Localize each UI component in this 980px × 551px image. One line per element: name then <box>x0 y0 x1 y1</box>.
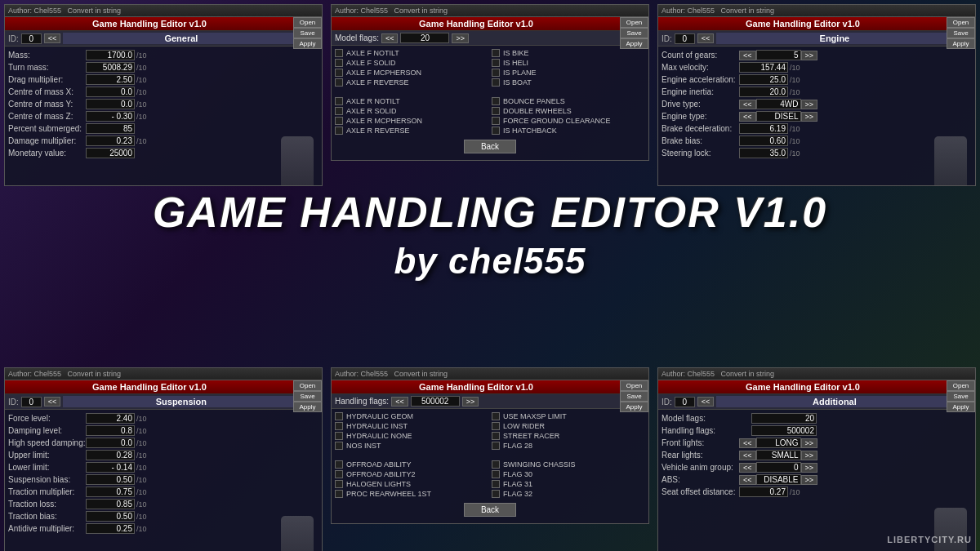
field-input-1[interactable] <box>739 62 788 73</box>
field-nav-right-4[interactable]: >> <box>801 100 818 109</box>
field-nav-left-2[interactable]: << <box>739 463 756 473</box>
checkbox-col1-6[interactable] <box>335 107 343 115</box>
field-nav-left-4[interactable]: << <box>739 100 756 109</box>
checkbox-col2-0[interactable] <box>492 412 500 420</box>
field-nav-right-0[interactable]: >> <box>801 438 818 448</box>
checkbox-col2-7[interactable] <box>492 480 500 488</box>
field-input-4[interactable] <box>739 487 788 497</box>
field-input-1[interactable] <box>86 425 135 436</box>
handling-flags-save-btn[interactable]: Save <box>620 391 648 402</box>
field-input-2[interactable] <box>86 74 135 85</box>
additional-save-btn[interactable]: Save <box>947 391 975 402</box>
field-input-0[interactable] <box>86 413 135 424</box>
field-input-9[interactable] <box>86 523 135 534</box>
checkbox-col2-8[interactable] <box>492 127 500 135</box>
checkbox-col2-3[interactable] <box>492 442 500 450</box>
checkbox-col1-5[interactable] <box>335 460 343 469</box>
checkbox-col2-5[interactable] <box>492 97 500 105</box>
checkbox-col1-6[interactable] <box>335 470 343 478</box>
checkbox-col1-0[interactable] <box>335 412 343 420</box>
field-input-7[interactable] <box>86 499 135 509</box>
engine-id-input[interactable] <box>675 33 695 44</box>
field-nav-left-0[interactable]: << <box>739 438 756 448</box>
model-flags-open-btn[interactable]: Open <box>620 17 648 28</box>
field-input-6[interactable] <box>86 123 135 134</box>
field-input-8[interactable] <box>86 511 135 522</box>
checkbox-col2-2[interactable] <box>492 69 500 77</box>
additional-model-flags-input[interactable] <box>751 413 817 424</box>
checkbox-col2-6[interactable] <box>492 470 500 478</box>
field-input-3[interactable] <box>756 474 801 485</box>
checkbox-col1-8[interactable] <box>335 127 343 135</box>
checkbox-col1-1[interactable] <box>335 422 343 430</box>
checkbox-col2-8[interactable] <box>492 490 500 498</box>
field-nav-right-5[interactable]: >> <box>801 112 818 122</box>
field-input-8[interactable] <box>86 148 135 158</box>
field-nav-left-5[interactable]: << <box>739 112 756 122</box>
field-input-6[interactable] <box>739 123 788 134</box>
checkbox-col1-7[interactable] <box>335 480 343 488</box>
engine-save-btn[interactable]: Save <box>947 28 975 38</box>
checkbox-col1-5[interactable] <box>335 97 343 105</box>
checkbox-col1-2[interactable] <box>335 69 343 77</box>
checkbox-col2-1[interactable] <box>492 59 500 67</box>
model-flags-apply-btn[interactable]: Apply <box>620 38 648 49</box>
field-input-4[interactable] <box>756 99 801 109</box>
engine-nav-left[interactable]: << <box>697 33 715 43</box>
handling-flags-nav-right[interactable]: >> <box>462 397 479 407</box>
suspension-id-input[interactable] <box>21 397 42 407</box>
field-input-6[interactable] <box>86 487 135 497</box>
field-nav-right-0[interactable]: >> <box>801 51 818 60</box>
model-flags-value-input[interactable] <box>400 33 449 43</box>
general-nav-left[interactable]: << <box>44 33 61 43</box>
additional-id-input[interactable] <box>675 397 695 407</box>
field-input-2[interactable] <box>739 74 788 85</box>
field-input-5[interactable] <box>756 111 801 122</box>
checkbox-col1-7[interactable] <box>335 117 343 125</box>
field-input-0[interactable] <box>756 50 801 60</box>
general-open-btn[interactable]: Open <box>293 17 322 28</box>
field-input-2[interactable] <box>86 438 135 448</box>
suspension-save-btn[interactable]: Save <box>293 391 322 402</box>
field-input-5[interactable] <box>86 474 135 485</box>
field-input-3[interactable] <box>86 450 135 460</box>
field-input-3[interactable] <box>739 87 788 97</box>
model-flags-nav-left[interactable]: << <box>381 33 399 43</box>
field-input-2[interactable] <box>756 462 801 473</box>
field-nav-left-1[interactable]: << <box>739 451 756 460</box>
field-input-4[interactable] <box>86 99 135 109</box>
field-input-1[interactable] <box>86 62 135 73</box>
field-nav-left-0[interactable]: << <box>739 51 756 60</box>
general-save-btn[interactable]: Save <box>293 28 322 38</box>
checkbox-col1-3[interactable] <box>335 442 343 450</box>
checkbox-col2-0[interactable] <box>492 49 500 57</box>
field-input-0[interactable] <box>756 438 801 448</box>
model-flags-save-btn[interactable]: Save <box>620 28 648 38</box>
checkbox-col2-6[interactable] <box>492 107 500 115</box>
field-input-7[interactable] <box>86 136 135 146</box>
model-flags-back-btn[interactable]: Back <box>464 140 516 153</box>
field-input-4[interactable] <box>86 462 135 473</box>
checkbox-col2-2[interactable] <box>492 432 500 440</box>
field-nav-right-2[interactable]: >> <box>801 463 818 473</box>
checkbox-col2-3[interactable] <box>492 78 500 87</box>
checkbox-col1-3[interactable] <box>335 78 343 87</box>
handling-flags-apply-btn[interactable]: Apply <box>620 402 648 412</box>
field-input-7[interactable] <box>739 136 788 146</box>
field-input-1[interactable] <box>756 450 801 460</box>
handling-flags-nav-left[interactable]: << <box>391 397 408 407</box>
field-input-0[interactable] <box>86 50 135 60</box>
additional-handling-flags-input[interactable] <box>751 425 817 436</box>
additional-nav-left[interactable]: << <box>697 397 715 407</box>
field-input-3[interactable] <box>86 87 135 97</box>
checkbox-col1-1[interactable] <box>335 59 343 67</box>
checkbox-col2-1[interactable] <box>492 422 500 430</box>
engine-open-btn[interactable]: Open <box>947 17 975 28</box>
checkbox-col2-5[interactable] <box>492 460 500 469</box>
field-nav-right-3[interactable]: >> <box>801 475 818 485</box>
handling-flags-back-btn[interactable]: Back <box>464 503 516 517</box>
field-input-5[interactable] <box>86 111 135 122</box>
additional-open-btn[interactable]: Open <box>947 380 975 391</box>
checkbox-col2-7[interactable] <box>492 117 500 125</box>
field-input-8[interactable] <box>739 148 788 158</box>
